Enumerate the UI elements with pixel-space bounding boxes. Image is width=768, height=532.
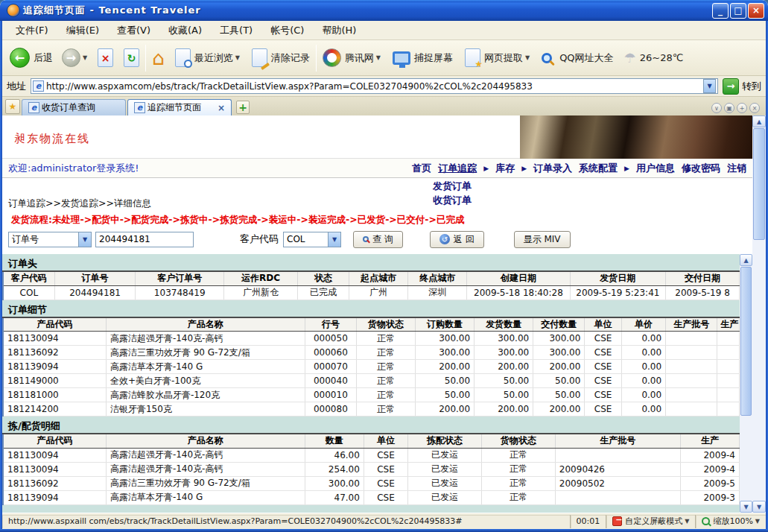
menu-help[interactable]: 帮助(H)	[313, 22, 365, 39]
scroll-up-icon[interactable]: ▲	[740, 254, 752, 266]
column-header: 单价	[621, 317, 665, 332]
column-header: 发货数量	[475, 317, 533, 332]
back-icon: ←	[10, 48, 30, 68]
tencent-dropdown-icon[interactable]: ▼	[376, 54, 381, 61]
menu-view[interactable]: 查看(V)	[108, 22, 159, 39]
nav-change-password[interactable]: 修改密码	[682, 162, 720, 175]
table-row: COL204494181103748419广州新仓已完成广州深圳2009-5-1…	[3, 285, 740, 300]
return-label: 返 回	[454, 233, 475, 246]
refresh-icon: ↻	[124, 48, 139, 67]
tab-receive-order-query[interactable]: e 收货订单查询	[22, 99, 126, 115]
content-scrollbar[interactable]: ▲ ▼	[740, 254, 752, 513]
new-tab-button[interactable]: +	[236, 101, 250, 114]
nav-system-config[interactable]: 系统配置	[579, 162, 618, 175]
refresh-button[interactable]: ↻	[124, 48, 139, 67]
nav-user-info[interactable]: 用户信息	[636, 162, 675, 175]
maximize-button[interactable]: □	[730, 3, 746, 19]
nav-order-track[interactable]: 订单追踪	[438, 162, 477, 175]
go-button-icon[interactable]: →	[723, 78, 739, 95]
cell: 20090502	[555, 476, 680, 490]
recent-dropdown-icon[interactable]: ▼	[235, 54, 240, 61]
scrollbar-thumb[interactable]	[753, 128, 765, 240]
scrollbar-thumb[interactable]	[740, 267, 752, 416]
favorites-star-button[interactable]: ★	[5, 99, 20, 114]
cell: 103748419	[136, 285, 224, 300]
block-mode-control[interactable]: 自定义屏蔽模式 ▼	[606, 515, 696, 528]
column-header: 起点城市	[349, 271, 408, 285]
qq-sites-button[interactable]: QQ网址大全	[542, 51, 613, 65]
show-miv-button[interactable]: 显示 MIV	[514, 231, 571, 248]
order-type-select[interactable]: 订单号 ▼	[8, 232, 92, 247]
page-extract-button[interactable]: ★ 网页提取 ▼	[465, 48, 530, 67]
back-button[interactable]: ← 后退	[10, 48, 53, 68]
forward-dropdown-icon[interactable]: ▼	[83, 54, 87, 61]
scroll-up-icon[interactable]: ▲	[752, 115, 766, 127]
table-row: 181139094高露洁草本牙膏-140 G000070正常200.00200.…	[3, 360, 740, 374]
back-label: 后退	[34, 51, 53, 65]
clear-history-button[interactable]: 清除记录	[252, 48, 310, 67]
scroll-down-icon[interactable]: ▼	[740, 501, 752, 513]
order-number-input[interactable]	[95, 232, 194, 247]
menu-favorites[interactable]: 收藏(A)	[159, 22, 211, 39]
close-button[interactable]: ×	[748, 3, 764, 19]
recent-button[interactable]: 最近浏览 ▼	[175, 48, 240, 67]
submenu-receive-order[interactable]: 收货订单	[433, 194, 472, 207]
customer-code-value: COL	[284, 234, 328, 244]
cell: 正常	[482, 476, 556, 490]
window-title: 追踪细节页面 - Tencent Traveler	[23, 4, 711, 17]
cell	[717, 374, 740, 388]
cell: 181149000	[3, 374, 106, 388]
zoom-control[interactable]: 缩放100% ▼	[696, 515, 766, 528]
tab-close-all-button[interactable]: ×	[749, 103, 760, 113]
tencent-web-button[interactable]: 腾讯网 ▼	[323, 48, 381, 67]
stop-button[interactable]: ×	[98, 48, 113, 67]
home-button[interactable]: ⌂	[152, 48, 165, 68]
weather-widget[interactable]: ☂ 26~28℃	[624, 50, 684, 66]
menu-edit[interactable]: 编辑(E)	[57, 22, 108, 39]
minimize-button[interactable]: _	[712, 3, 729, 19]
address-input[interactable]	[46, 81, 703, 92]
table-row: 181136092高露洁三重功效牙膏 90 G-72支/箱300.00CSE已发…	[3, 476, 740, 490]
table-row: 181130094高露洁超强牙膏-140克-高钙000050正常300.0030…	[3, 332, 740, 346]
browser-window: 追踪细节页面 - Tencent Traveler _ □ × 文件(F) 编辑…	[0, 0, 768, 532]
tab-close-icon[interactable]: ×	[210, 103, 225, 113]
cell: 高露洁超强牙膏-140克-高钙	[106, 332, 305, 346]
cell: 0.00	[621, 402, 665, 417]
cell: CSE	[364, 476, 407, 490]
tab-restore-button[interactable]: ▣	[724, 103, 734, 113]
return-button[interactable]: ↺ 返 回	[430, 231, 484, 248]
nav-home[interactable]: 首页	[412, 162, 431, 175]
table-row: 181214200洁银牙膏150克000080正常200.00200.00200…	[3, 402, 740, 417]
tab-list-button[interactable]: ∨	[711, 103, 722, 113]
address-dropdown-icon[interactable]: ▼	[703, 79, 716, 93]
tab-track-detail[interactable]: e 追踪细节页面 ×	[127, 99, 232, 115]
forward-button[interactable]: → ▼	[62, 48, 87, 67]
submenu-ship-order[interactable]: 发货订单	[433, 180, 472, 193]
table-row: 181139094高露洁草本牙膏-140 G47.00CSE已发运正常2009-…	[3, 490, 740, 504]
cell: 0.00	[621, 346, 665, 360]
menu-file[interactable]: 文件(F)	[7, 22, 57, 39]
capture-screen-button[interactable]: 捕捉屏幕	[393, 51, 453, 65]
customer-code-select[interactable]: COL ▼	[283, 232, 341, 247]
cell: CSE	[585, 402, 621, 417]
tab-add-button[interactable]: +	[737, 103, 747, 113]
page-scrollbar[interactable]: ▲ ▼	[752, 115, 766, 513]
query-button[interactable]: 查 询	[353, 231, 403, 248]
scroll-down-icon[interactable]: ▼	[752, 501, 766, 513]
table-row: 181136092高露洁三重功效牙膏 90 G-72支/箱000060正常300…	[3, 346, 740, 360]
nav-logout[interactable]: 注销	[727, 162, 746, 175]
tab-page-icon: e	[134, 102, 145, 113]
nav-order-entry[interactable]: 订单录入	[533, 162, 572, 175]
cell: 47.00	[305, 490, 364, 504]
extract-dropdown-icon[interactable]: ▼	[525, 54, 530, 61]
nav-arrow-icon: ▶	[521, 165, 527, 172]
cell: 200.00	[475, 360, 533, 374]
column-header: 终点城市	[408, 271, 467, 285]
cell: 50.00	[416, 388, 475, 402]
menu-account[interactable]: 帐号(C)	[261, 22, 313, 39]
nav-inventory[interactable]: 库存	[495, 162, 515, 175]
column-header: 订购数量	[416, 317, 475, 332]
order-header-table: 客户代码订单号客户订单号运作RDC状态起点城市终点城市创建日期发货日期交付日期C…	[2, 270, 740, 300]
cell: 已发运	[408, 476, 482, 490]
menu-tools[interactable]: 工具(T)	[211, 22, 261, 39]
